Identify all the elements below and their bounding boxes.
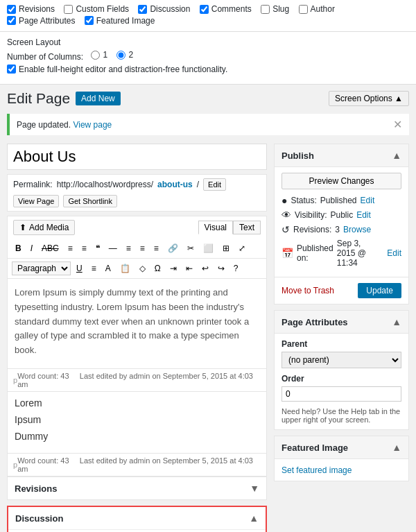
discussion-metabox: Discussion ▲ Allow comments. Allow track… xyxy=(7,506,267,532)
indent-button[interactable]: ⇥ xyxy=(166,261,180,275)
featured-image-body: Set featured image xyxy=(275,459,408,481)
format-select[interactable]: Paragraph xyxy=(12,261,71,275)
order-input[interactable] xyxy=(281,386,401,402)
cb-featured-image[interactable] xyxy=(85,16,94,25)
italic-button[interactable]: I xyxy=(27,241,36,255)
cb-custom-fields-label[interactable]: Custom Fields xyxy=(64,4,129,14)
col2-radio[interactable]: 2 xyxy=(116,50,133,60)
cb-author[interactable] xyxy=(299,5,308,14)
get-shortlink-button[interactable]: Get Shortlink xyxy=(63,195,117,207)
upload-icon: ⬆ xyxy=(19,223,26,232)
ol-button[interactable]: ≡ xyxy=(78,241,90,255)
view-tabs: Visual Text xyxy=(198,221,261,234)
clear-button[interactable]: ◇ xyxy=(136,261,149,275)
cb-comments[interactable] xyxy=(200,5,209,14)
cb-comments-label[interactable]: Comments xyxy=(200,4,252,14)
distraction-free-label[interactable]: Enable full-height editor and distractio… xyxy=(7,65,227,74)
hr-button[interactable]: — xyxy=(105,241,121,255)
insert-button[interactable]: ⬜ xyxy=(200,241,217,255)
table-button[interactable]: ⊞ xyxy=(219,241,233,255)
redo-button[interactable]: ↪ xyxy=(214,261,228,275)
link-button[interactable]: 🔗 xyxy=(164,241,182,255)
cb-revisions[interactable] xyxy=(7,5,16,14)
page-attributes-toggle-icon: ▲ xyxy=(392,316,401,327)
cb-featured-image-label[interactable]: Featured Image xyxy=(85,16,155,26)
screen-options-button[interactable]: Screen Options ▲ xyxy=(329,91,409,106)
permalink-slug[interactable]: about-us xyxy=(157,180,193,189)
strikethrough-button[interactable]: ABC xyxy=(38,241,62,255)
edit-permalink-button[interactable]: Edit xyxy=(203,178,226,191)
view-page-link[interactable]: View page xyxy=(73,120,112,130)
published-row: 📅 Published on: Sep 3, 2015 @ 11:34 Edit xyxy=(281,239,401,268)
ul-button[interactable]: ≡ xyxy=(64,241,76,255)
paste-button[interactable]: 📋 xyxy=(116,261,134,275)
visibility-edit-link[interactable]: Edit xyxy=(356,210,371,220)
page-title-input[interactable] xyxy=(7,144,267,170)
revisions-browse-link[interactable]: Browse xyxy=(343,225,371,234)
editor-content: Lorem Ipsum is simply dummy text of the … xyxy=(15,286,259,358)
published-edit-link[interactable]: Edit xyxy=(387,248,401,258)
text-tab[interactable]: Text xyxy=(233,221,261,234)
cb-author-label[interactable]: Author xyxy=(299,4,335,14)
cb-page-attributes-label[interactable]: Page Attributes xyxy=(7,16,75,26)
bold-button[interactable]: B xyxy=(12,241,25,255)
editor-toolbar-row1: B I ABC ≡ ≡ ❝ — ≡ ≡ ≡ 🔗 ✂ ⬜ ⊞ ⤢ xyxy=(7,239,267,259)
list-items-section: Lorem Ipsum Dummy xyxy=(7,392,267,454)
screen-layout-title: Screen Layout xyxy=(7,37,409,47)
publish-header: Publish ▲ xyxy=(275,144,408,167)
status-edit-link[interactable]: Edit xyxy=(361,196,375,205)
add-media-button[interactable]: ⬆ Add Media xyxy=(13,220,75,235)
align-center-button[interactable]: ≡ xyxy=(137,241,148,255)
justify-button[interactable]: ≡ xyxy=(88,261,100,275)
publish-metabox: Publish ▲ Preview Changes ● Status: Publ… xyxy=(274,144,409,304)
screen-layout-section: Screen Layout Number of Columns: 1 2 Ena… xyxy=(0,32,416,85)
distraction-free-cb[interactable] xyxy=(7,65,16,74)
sidebar-column: Publish ▲ Preview Changes ● Status: Publ… xyxy=(274,144,409,532)
blockquote-button[interactable]: ❝ xyxy=(92,241,103,255)
update-button[interactable]: Update xyxy=(358,283,401,298)
view-page-button[interactable]: View Page xyxy=(13,195,59,207)
page-header-left: Edit Page Add New xyxy=(7,90,121,107)
cb-page-attributes[interactable] xyxy=(7,16,16,25)
set-featured-image-link[interactable]: Set featured image xyxy=(281,465,352,475)
revisions-icon: ↺ xyxy=(281,224,290,235)
outdent-button[interactable]: ⇤ xyxy=(182,261,196,275)
revisions-toggle-icon: ▼ xyxy=(250,483,259,494)
visual-tab[interactable]: Visual xyxy=(198,221,233,234)
columns-row: Number of Columns: 1 2 xyxy=(7,50,409,62)
col1-radio[interactable]: 1 xyxy=(91,50,107,60)
move-to-trash-link[interactable]: Move to Trash xyxy=(281,286,334,295)
cb-slug-label[interactable]: Slug xyxy=(261,4,289,14)
fullscreen-button[interactable]: ⤢ xyxy=(235,241,249,255)
media-bar: ⬆ Add Media Visual Text xyxy=(7,216,267,239)
second-editor-meta: Word count: 43 Last edited by admin on S… xyxy=(17,456,261,473)
text-color-button[interactable]: A xyxy=(102,261,114,275)
cb-custom-fields[interactable] xyxy=(64,5,73,14)
cb-revisions-label[interactable]: Revisions xyxy=(7,4,55,14)
page-header: Edit Page Add New Screen Options ▲ xyxy=(0,85,416,110)
parent-select[interactable]: (no parent) xyxy=(281,352,401,368)
cb-slug[interactable] xyxy=(261,5,270,14)
visibility-icon: 👁 xyxy=(281,209,291,221)
publish-title: Publish xyxy=(281,151,314,161)
discussion-toggle-icon: ▲ xyxy=(249,513,259,524)
help-button[interactable]: ? xyxy=(230,261,242,275)
align-left-button[interactable]: ≡ xyxy=(123,241,135,255)
list-item-ipsum: Ipsum xyxy=(15,414,259,425)
preview-changes-button[interactable]: Preview Changes xyxy=(281,173,401,189)
cb-discussion[interactable] xyxy=(138,5,147,14)
cb-discussion-label[interactable]: Discussion xyxy=(138,4,190,14)
featured-image-header: Featured Image ▲ xyxy=(275,436,408,459)
calendar-icon: 📅 xyxy=(281,248,293,259)
align-right-button[interactable]: ≡ xyxy=(150,241,162,255)
underline-button[interactable]: U xyxy=(73,261,86,275)
undo-button[interactable]: ↩ xyxy=(198,261,212,275)
close-notice-icon[interactable]: ✕ xyxy=(393,118,402,131)
discussion-header[interactable]: Discussion ▲ xyxy=(8,507,266,530)
editor-area[interactable]: Lorem Ipsum is simply dummy text of the … xyxy=(7,279,267,369)
revisions-header[interactable]: Revisions ▼ xyxy=(8,477,266,499)
special-char-button[interactable]: Ω xyxy=(151,261,164,275)
editor-footer: p Word count: 43 Last edited by admin on… xyxy=(7,369,267,392)
add-new-button[interactable]: Add New xyxy=(76,92,121,105)
unlink-button[interactable]: ✂ xyxy=(184,241,198,255)
